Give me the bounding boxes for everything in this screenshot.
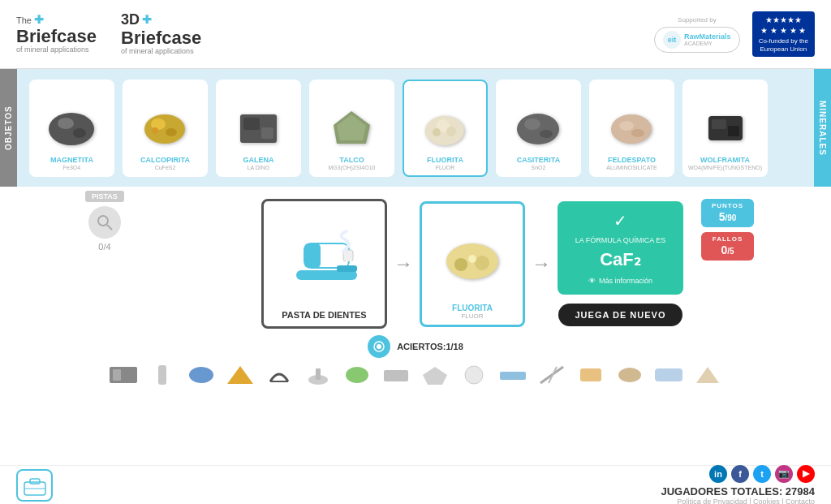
obj-thumb-7[interactable] xyxy=(341,363,373,387)
obj-thumb-8[interactable] xyxy=(380,363,412,387)
mineral-card-calcopirita[interactable]: CALCOPIRITA CuFeS2 xyxy=(123,80,208,177)
svg-rect-59 xyxy=(580,368,601,381)
svg-point-17 xyxy=(524,118,540,130)
mineral-name-talco: TALCO xyxy=(339,156,364,165)
mineral-formula-magnetita: Fe3O4 xyxy=(63,165,80,170)
mineral-card-fluorita[interactable]: FLUORITA FLUOR xyxy=(403,80,488,177)
obj-thumb-3[interactable] xyxy=(185,363,217,387)
mineral-card-feldespato[interactable]: FELDESPATO ALUMINOSILICATE xyxy=(589,80,674,177)
obj-thumb-11[interactable] xyxy=(497,363,529,387)
svg-rect-64 xyxy=(30,479,40,484)
mineral-card-magnetita[interactable]: MAGNETITA Fe3O4 xyxy=(29,80,114,177)
svg-marker-11 xyxy=(337,114,366,140)
objetos-label: OBJETOS xyxy=(0,69,17,187)
mineral-card-talco[interactable]: TALCO MG3(OH)2SI4O10 xyxy=(309,80,394,177)
svg-point-21 xyxy=(631,129,644,137)
obj-thumb-10[interactable] xyxy=(458,363,490,387)
twitter-icon[interactable]: t xyxy=(753,465,771,483)
mineral-formula-galena: LA DINO xyxy=(248,165,270,170)
obj-thumb-5[interactable] xyxy=(263,363,295,387)
logo-the-line: The ✚ xyxy=(16,14,97,26)
eu-badge: ★★★★★★ ★ ★ ★ ★ Co-funded by the European… xyxy=(752,11,815,58)
obj-thumb-4[interactable] xyxy=(224,363,256,387)
eu-line1: Co-funded by the xyxy=(759,37,808,45)
logo1-sub: of mineral applications xyxy=(16,46,97,54)
raw-materials-badge: eit RawMaterials ACADEMY xyxy=(654,27,740,53)
obj-thumb-12[interactable] xyxy=(536,363,568,387)
result-check: ✓ xyxy=(614,211,627,230)
linkedin-icon[interactable]: in xyxy=(709,465,727,483)
logo2-plus: ✚ xyxy=(142,14,152,26)
svg-point-39 xyxy=(475,256,489,270)
mineral-image-fluorita xyxy=(417,103,474,152)
obj-thumb-9[interactable] xyxy=(419,363,451,387)
obj-thumb-6[interactable] xyxy=(302,363,334,387)
the-text: The xyxy=(16,15,32,25)
play-again-button[interactable]: JUEGA DE NUEVO xyxy=(558,304,682,326)
mineral-name-feldespato: FELDESPATO xyxy=(608,156,656,165)
logo-3d-line: 3D ✚ xyxy=(121,12,201,28)
mineral-image-talco xyxy=(324,103,381,152)
obj-thumb-15[interactable] xyxy=(652,363,685,387)
svg-point-16 xyxy=(517,114,559,144)
mineral-image-magnetita xyxy=(44,103,101,152)
svg-point-15 xyxy=(433,128,441,136)
obj-thumb-14[interactable] xyxy=(614,363,646,387)
briefcase-title-1: Briefcase xyxy=(16,27,97,46)
feldespato-icon xyxy=(605,105,658,149)
talco-icon xyxy=(325,105,378,149)
svg-rect-8 xyxy=(243,118,260,130)
result-formula: CaF₂ xyxy=(600,249,641,270)
mineral-answer-card[interactable]: FLUORITA FLUOR xyxy=(420,201,525,327)
mineral-formula-casiterita: SnO2 xyxy=(532,165,546,170)
obj-thumb-16[interactable] xyxy=(691,363,724,387)
obj-thumb-2[interactable] xyxy=(146,363,179,387)
result-card: ✓ LA FÓRMULA QUÍMICA ES CaF₂ 👁 Más infor… xyxy=(558,201,683,295)
facebook-icon[interactable]: f xyxy=(731,465,749,483)
object-card: PASTA DE DIENTES xyxy=(261,199,387,329)
logo2-sub: of mineral applications xyxy=(121,48,201,56)
mineral-image-feldespato xyxy=(604,103,661,152)
result-formula-label: LA FÓRMULA QUÍMICA ES xyxy=(575,236,666,246)
mineral-name-calcopirita: CALCOPIRITA xyxy=(140,156,190,165)
wolframita-icon xyxy=(699,105,751,149)
pistas-icon[interactable] xyxy=(88,206,121,239)
svg-rect-56 xyxy=(500,372,526,380)
svg-point-20 xyxy=(619,121,634,131)
object-name: PASTA DE DIENTES xyxy=(282,310,366,320)
object-card-wrapper: PASTA DE DIENTES xyxy=(261,199,387,329)
game-area: PISTAS 0/4 xyxy=(16,199,815,329)
puntos-denom: /90 xyxy=(725,213,736,222)
instagram-icon[interactable]: 📷 xyxy=(775,465,793,483)
minerals-scroll: MAGNETITA Fe3O4 CALCOPIRITA CuFeS2 xyxy=(17,71,814,185)
mineral-card-galena[interactable]: GALENA LA DINO xyxy=(216,80,301,177)
svg-rect-45 xyxy=(113,369,121,381)
mineral-card-casiterita[interactable]: CASITERITA SnO2 xyxy=(496,80,581,177)
aciertos-text: ACIERTOS:1/18 xyxy=(397,342,463,351)
briefcase-title-2: Briefcase xyxy=(121,28,201,48)
svg-point-40 xyxy=(454,258,467,271)
svg-point-14 xyxy=(446,127,456,136)
fallos-value: 0/5 xyxy=(721,243,734,256)
object-image-area xyxy=(270,209,378,310)
youtube-icon[interactable]: ▶ xyxy=(797,465,815,483)
obj-thumb-1[interactable] xyxy=(107,363,140,387)
mineral-card-wolframita[interactable]: WOLFRAMITA WO4(MN/FE)(TUNGSTENO) xyxy=(682,80,768,177)
fluorita-answer-image xyxy=(440,230,505,283)
obj-thumb-13[interactable] xyxy=(575,363,607,387)
fluorita-icon xyxy=(419,105,471,149)
svg-rect-23 xyxy=(712,119,726,129)
svg-rect-24 xyxy=(728,126,739,136)
svg-line-26 xyxy=(107,225,112,230)
result-info[interactable]: 👁 Más información xyxy=(588,277,652,285)
svg-point-5 xyxy=(166,128,177,136)
result-wrapper: ✓ LA FÓRMULA QUÍMICA ES CaF₂ 👁 Más infor… xyxy=(558,201,683,327)
arrow-2: → xyxy=(532,252,551,275)
magnifier-icon xyxy=(96,213,114,231)
svg-point-3 xyxy=(144,114,185,144)
mineral-image-casiterita xyxy=(510,103,567,152)
mineral-image-wolframita xyxy=(697,103,754,152)
minerals-strip: OBJETOS MAGNETITA Fe3O4 xyxy=(0,69,831,187)
mineral-formula-calcopirita: CuFeS2 xyxy=(155,165,176,170)
footer-links[interactable]: Política de Privacidad | Cookies | Conta… xyxy=(661,498,815,505)
